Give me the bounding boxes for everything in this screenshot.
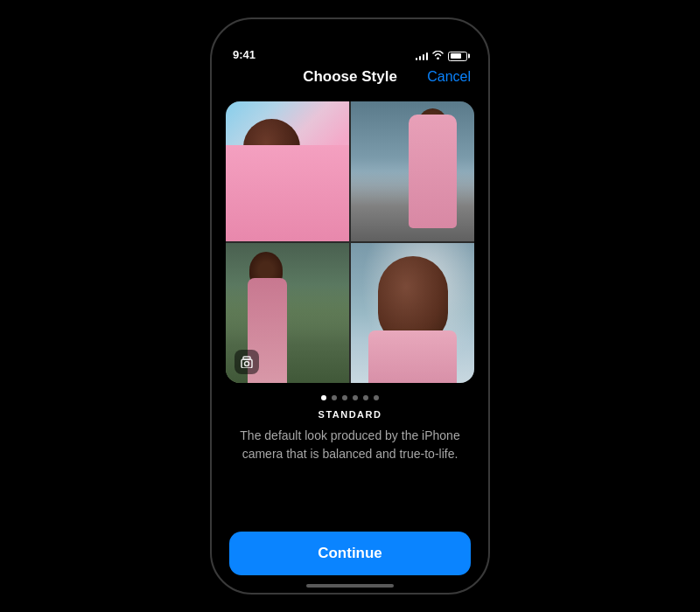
status-time: 9:41 (233, 48, 256, 61)
continue-button[interactable]: Continue (229, 532, 471, 575)
style-description: The default look produced by the iPhone … (212, 427, 488, 463)
cancel-button[interactable]: Cancel (427, 69, 471, 85)
svg-rect-0 (242, 359, 252, 368)
header-title: Choose Style (303, 68, 397, 86)
signal-bars-icon (416, 52, 429, 60)
status-icons (416, 51, 468, 61)
spacer (212, 463, 488, 532)
dot-2 (342, 395, 347, 400)
svg-rect-1 (243, 357, 250, 359)
battery-icon (448, 52, 467, 61)
phone-frame: 9:41 (210, 17, 490, 595)
dot-0 (321, 395, 326, 400)
dot-1 (332, 395, 337, 400)
dot-4 (363, 395, 368, 400)
signal-bar-4 (426, 52, 429, 60)
photo-stack-badge (234, 350, 259, 374)
image-grid (226, 101, 474, 383)
photo-2-figure (409, 115, 457, 228)
dynamic-island (311, 30, 389, 54)
photo-3 (226, 243, 349, 383)
signal-bar-1 (416, 58, 418, 60)
phone-screen: 9:41 (212, 19, 488, 593)
pagination-dots (212, 383, 488, 407)
photo-1-body (226, 145, 349, 241)
svg-point-2 (245, 362, 249, 366)
signal-bar-3 (423, 54, 425, 60)
dot-3 (353, 395, 358, 400)
signal-bar-2 (419, 56, 422, 60)
photo-2 (351, 101, 474, 241)
home-indicator (306, 584, 394, 588)
photo-4 (351, 243, 474, 383)
dot-5 (374, 395, 379, 400)
style-name: STANDARD (212, 407, 488, 427)
image-grid-container (212, 94, 488, 383)
photo-4-body (368, 330, 457, 383)
battery-fill (451, 53, 462, 59)
photo-1 (226, 101, 349, 241)
wifi-icon (432, 51, 444, 61)
